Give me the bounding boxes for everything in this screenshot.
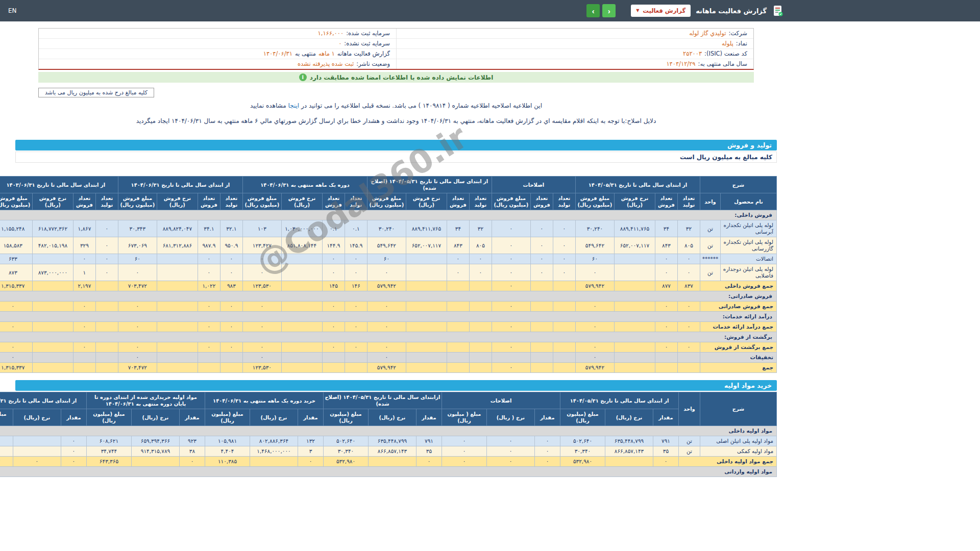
table-cell: ۸۵۱,۸۰۸,۱۴۴ — [281, 237, 322, 254]
total-row: جمع۵۷۹,۹۴۲۰۵۷۹,۹۴۲۱۲۳,۵۳۰۷۰۳,۴۷۲۱,۳۱۵,۳۳… — [0, 363, 777, 373]
column-group-header: ازابتدای سال مالی تا تاریخ ۱۴۰۴/۰۵/۳۱ (ا… — [323, 392, 442, 409]
column-group-header: خرید دوره یک ماهه منتهی به ۱۴۰۴/۰۶/۳۱ — [205, 392, 323, 409]
column-header: مبلغ ( میلیون ریال) — [442, 409, 486, 426]
product-row: لوله پلی اتیلن تکجداره آبرسانیتن۳۲۳۴۸۸۹,… — [0, 220, 777, 237]
table-cell — [469, 342, 492, 353]
table-cell: ۰ — [61, 457, 86, 467]
table-cell — [73, 363, 95, 373]
info-label: کد صنعت (ISIC): — [704, 50, 747, 58]
table-cell: ۰.۱ — [345, 220, 367, 237]
table-cell: ۶۳۳ — [0, 254, 32, 264]
table-cell: ۹۵۰.۹ — [220, 237, 242, 254]
report-type-dropdown[interactable]: گزارش فعالیت ▼ — [631, 5, 691, 17]
table-cell: ۰ — [61, 446, 86, 457]
table-cell: ۰ — [220, 302, 242, 312]
table-cell: ۵۰۲,۶۴۰ — [323, 436, 368, 446]
table-cell: ۵۷۹,۹۴۲ — [367, 281, 406, 291]
table-cell: ۱,۰۲۲ — [198, 281, 220, 291]
table-cell: ۰ — [298, 457, 323, 467]
materials-table-host: شرحواحداز ابتدای سال مالی تا تاریخ ۱۴۰۴/… — [15, 392, 777, 477]
table-cell: ۸۳۷ — [677, 281, 700, 291]
table-cell: ۸۸۹,۴۱۱,۷۶۵ — [406, 220, 447, 237]
table-cell — [530, 363, 553, 373]
table-cell: ۱۰۵,۹۸۱ — [205, 436, 250, 446]
table-cell: ۰ — [179, 457, 205, 467]
table-cell — [406, 264, 447, 281]
section-label: برگشت از فروش: — [0, 332, 777, 342]
table-cell: ۱,۱۵۵,۲۴۸ — [0, 220, 32, 237]
table-cell — [447, 353, 469, 363]
language-toggle-en[interactable]: EN — [8, 7, 17, 14]
total-row: جمع برگشت از فروش۰۰۰۰۰۰۰۰۰۰۰۰۰ — [0, 342, 777, 353]
top-navbar-inner: گزارش فعالیت ماهانه گزارش فعالیت ▼ ‹ › E… — [0, 0, 792, 21]
table-cell — [32, 353, 73, 363]
column-header: مقدار — [61, 409, 86, 426]
table-cell — [157, 342, 198, 353]
table-cell: ۰ — [492, 220, 530, 237]
table-cell: ۰ — [322, 322, 345, 332]
table-cell: ۰ — [322, 254, 345, 264]
table-cell — [281, 264, 322, 281]
table-cell — [157, 322, 198, 332]
table-cell — [281, 281, 322, 291]
table-cell: ۹۸۷.۹ — [198, 237, 220, 254]
table-cell: ۰ — [95, 254, 118, 264]
amounts-unit-note: کلیه مبالغ درج شده به میلیون ریال می باش… — [38, 88, 154, 97]
info-value: تولیدي گاز لوله — [689, 30, 726, 37]
table-cell: ۱,۳۱۵,۳۳۷ — [0, 363, 32, 373]
table-cell: ۰ — [442, 457, 486, 467]
table-cell — [469, 302, 492, 312]
table-cell — [677, 353, 700, 363]
page-title: گزارش فعالیت ماهانه — [696, 7, 767, 15]
column-header: نرخ فروش (ریال) — [614, 193, 655, 210]
table-cell: ۵۷۹,۹۴۲ — [367, 363, 406, 373]
table-cell: ۰ — [492, 342, 530, 353]
table-cell: ۰ — [553, 264, 575, 281]
table-cell — [32, 342, 73, 353]
table-cell — [406, 353, 447, 363]
table-cell — [614, 342, 655, 353]
table-cell: ۶۵۲,۰۰۷,۱۱۷ — [614, 237, 655, 254]
table-cell — [553, 322, 575, 332]
total-row: تخفیفات۰۰۰۰۰ — [0, 353, 777, 363]
table-cell: ۰ — [655, 342, 677, 353]
column-header: تعداد تولید — [469, 193, 492, 210]
table-cell: ۹۱۴,۳۱۵,۷۸۹ — [131, 446, 179, 457]
table-cell: ۱۴۶ — [345, 281, 367, 291]
table-cell: ۰ — [492, 237, 530, 254]
next-report-button[interactable]: › — [602, 4, 616, 17]
total-label: تخفیفات — [700, 353, 776, 363]
column-group-header: اصلاحات — [492, 177, 575, 193]
table-cell: ۵۷۹,۹۴۲ — [575, 281, 614, 291]
column-header: مبلغ (میلیون ریال) — [560, 409, 605, 426]
previous-version-link[interactable]: اینجا — [288, 102, 300, 109]
table-cell: ۳۴,۷۴۴ — [86, 446, 131, 457]
column-header: تعداد تولید — [220, 193, 242, 210]
info-value: ۲۵۲۰۰۳ — [683, 50, 702, 58]
table-cell: ۱۴۴.۹ — [322, 237, 345, 254]
table-cell: ۰ — [677, 264, 700, 281]
table-cell: ۰ — [469, 254, 492, 264]
table-cell — [614, 264, 655, 281]
info-row: شرکت:تولیدي گاز لوله — [397, 29, 753, 39]
table-cell — [13, 436, 61, 446]
section-label: فروش داخلی: — [0, 210, 777, 220]
table-cell: ۰ — [13, 457, 61, 467]
table-cell: ۰ — [492, 302, 530, 312]
column-header: مبلغ فروش (میلیون ریال) — [242, 193, 281, 210]
table-cell: ۰ — [118, 342, 157, 353]
table-cell: ۵۳۲,۹۸۰ — [560, 457, 605, 467]
info-label: منتهی به — [295, 50, 316, 58]
table-cell: ۱,۳۱۵,۳۳۷ — [0, 281, 32, 291]
table-cell: ۸۴۳ — [655, 237, 677, 254]
previous-report-button[interactable]: ‹ — [586, 4, 600, 17]
table-cell: ۰ — [242, 302, 281, 312]
table-cell — [281, 363, 322, 373]
product-unit: ****** — [700, 254, 720, 264]
section-label: مواد اولیه داخلی — [0, 426, 777, 436]
table-cell: ۰ — [655, 322, 677, 332]
table-cell — [447, 281, 469, 291]
table-cell — [469, 322, 492, 332]
table-cell: ۰ — [486, 446, 534, 457]
correction-notice: این اطلاعیه اصلاحیه اطلاعیه شماره ( ۱۴۰۹… — [15, 102, 777, 109]
